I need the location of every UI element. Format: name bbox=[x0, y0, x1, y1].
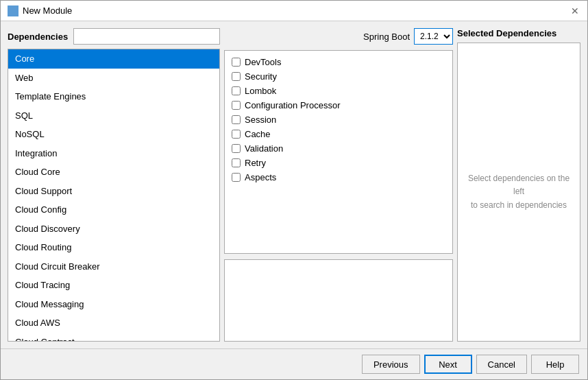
dep-list-item[interactable]: Web bbox=[8, 69, 219, 88]
checkbox-list: DevToolsSecurityLombokConfiguration Proc… bbox=[224, 50, 453, 254]
right-panel: Selected Dependencies Select dependencie… bbox=[457, 28, 580, 342]
svg-rect-2 bbox=[9, 12, 12, 15]
selected-deps-hint-line1: Select dependencies on the left bbox=[465, 172, 573, 198]
dep-list-item[interactable]: Cloud Routing bbox=[8, 238, 219, 257]
spring-boot-select[interactable]: 2.1.22.0.92.2.0 bbox=[414, 28, 453, 45]
help-button[interactable]: Help bbox=[531, 355, 579, 374]
close-button[interactable]: ✕ bbox=[569, 5, 580, 16]
svg-rect-0 bbox=[9, 7, 12, 10]
checkbox[interactable] bbox=[232, 101, 241, 110]
checkbox-label: Lombok bbox=[245, 86, 276, 96]
checkbox[interactable] bbox=[232, 130, 241, 139]
checkbox[interactable] bbox=[232, 144, 241, 153]
svg-rect-3 bbox=[14, 12, 17, 15]
checkbox-label: Retry bbox=[245, 158, 266, 168]
checkbox-label: Security bbox=[245, 71, 277, 82]
checkbox-item[interactable]: Cache bbox=[228, 127, 450, 141]
checkbox-item[interactable]: Security bbox=[228, 69, 450, 84]
dep-list-item[interactable]: Cloud Messaging bbox=[8, 295, 219, 314]
spring-boot-label: Spring Boot bbox=[363, 32, 410, 42]
checkbox[interactable] bbox=[232, 58, 241, 67]
next-button[interactable]: Next bbox=[424, 355, 472, 374]
checkbox-item[interactable]: Session bbox=[228, 112, 450, 127]
dep-list-item[interactable]: Integration bbox=[8, 144, 219, 163]
selected-deps-hint-line2: to search in dependencies bbox=[471, 199, 567, 212]
checkbox-label: DevTools bbox=[245, 57, 281, 67]
dependency-detail-area bbox=[224, 259, 453, 342]
window-icon bbox=[8, 5, 19, 16]
selected-deps-area: Select dependencies on the left to searc… bbox=[457, 43, 580, 342]
checkbox-item[interactable]: DevTools bbox=[228, 55, 450, 69]
checkbox-item[interactable]: Aspects bbox=[228, 170, 450, 185]
checkbox[interactable] bbox=[232, 72, 241, 81]
checkbox-item[interactable]: Retry bbox=[228, 156, 450, 170]
dep-list-item[interactable]: Cloud Circuit Breaker bbox=[8, 257, 219, 276]
dep-list-item[interactable]: Cloud Discovery bbox=[8, 219, 219, 239]
cancel-button[interactable]: Cancel bbox=[476, 355, 527, 374]
window-title: New Module bbox=[23, 5, 72, 16]
footer: Previous Next Cancel Help bbox=[1, 348, 587, 379]
checkbox-item[interactable]: Lombok bbox=[228, 84, 450, 98]
checkbox-label: Validation bbox=[245, 143, 283, 154]
checkbox[interactable] bbox=[232, 86, 241, 95]
panel-header: Dependencies bbox=[8, 28, 220, 45]
spring-boot-row: Spring Boot 2.1.22.0.92.2.0 bbox=[224, 28, 453, 45]
dep-list-item[interactable]: Cloud Contract bbox=[8, 333, 219, 342]
dependencies-label: Dependencies bbox=[8, 32, 68, 42]
main-content: Dependencies CoreWebTemplate EnginesSQLN… bbox=[1, 21, 587, 348]
dep-list-item[interactable]: NoSQL bbox=[8, 125, 219, 144]
dep-list-item[interactable]: Cloud Support bbox=[8, 182, 219, 201]
checkbox[interactable] bbox=[232, 158, 241, 167]
middle-panel: Spring Boot 2.1.22.0.92.2.0 DevToolsSecu… bbox=[224, 28, 453, 342]
selected-deps-header: Selected Dependencies bbox=[457, 28, 580, 38]
dep-list-item[interactable]: Core bbox=[8, 49, 219, 69]
checkbox-item[interactable]: Validation bbox=[228, 141, 450, 156]
checkbox-label: Configuration Processor bbox=[245, 100, 340, 110]
left-panel: Dependencies CoreWebTemplate EnginesSQLN… bbox=[8, 28, 220, 342]
dep-list-item[interactable]: Template Engines bbox=[8, 87, 219, 106]
checkbox[interactable] bbox=[232, 115, 241, 124]
dep-list-item[interactable]: Cloud AWS bbox=[8, 313, 219, 333]
dependencies-list: CoreWebTemplate EnginesSQLNoSQLIntegrati… bbox=[8, 49, 220, 342]
checkbox-item[interactable]: Configuration Processor bbox=[228, 98, 450, 112]
dep-list-item[interactable]: SQL bbox=[8, 106, 219, 126]
checkbox-label: Aspects bbox=[245, 172, 276, 182]
checkbox-label: Session bbox=[245, 115, 276, 125]
checkbox-label: Cache bbox=[245, 129, 271, 139]
svg-rect-1 bbox=[14, 7, 17, 10]
checkbox[interactable] bbox=[232, 173, 241, 182]
dep-list-item[interactable]: Cloud Tracing bbox=[8, 276, 219, 295]
search-input[interactable] bbox=[73, 28, 220, 45]
title-bar-left: New Module bbox=[8, 5, 72, 16]
dep-list-item[interactable]: Cloud Core bbox=[8, 163, 219, 182]
dep-list-item[interactable]: Cloud Config bbox=[8, 200, 219, 219]
new-module-dialog: New Module ✕ Dependencies CoreWebTemplat… bbox=[0, 0, 588, 380]
title-bar: New Module ✕ bbox=[1, 1, 587, 21]
previous-button[interactable]: Previous bbox=[362, 355, 420, 374]
